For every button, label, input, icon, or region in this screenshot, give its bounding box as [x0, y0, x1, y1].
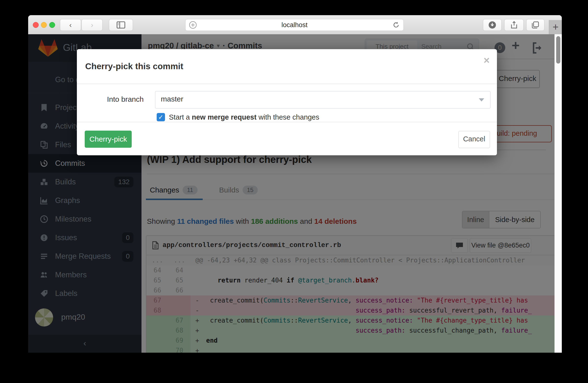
close-window-button[interactable]: [33, 22, 39, 28]
browser-window: ‹ › localhost: [28, 15, 562, 353]
into-branch-label: Into branch: [77, 95, 144, 103]
tabs-icon: [531, 21, 540, 29]
cherry-pick-submit-button[interactable]: Cherry-pick: [85, 131, 132, 148]
url-text[interactable]: localhost: [197, 21, 392, 29]
start-merge-request-checkbox[interactable]: ✓: [157, 113, 165, 121]
modal-header: Cherry-pick this commit ×: [77, 49, 497, 84]
checkbox-label-text: Start a: [169, 113, 192, 121]
reader-plus-icon[interactable]: [189, 21, 197, 29]
modal-footer: Cherry-pick Cancel: [77, 122, 497, 155]
checkbox-label[interactable]: Start a new merge request with these cha…: [169, 113, 319, 121]
cherry-pick-modal: Cherry-pick this commit × Into branch ma…: [77, 49, 497, 155]
forward-icon: ›: [91, 21, 93, 29]
refresh-icon[interactable]: [392, 21, 400, 29]
desktop: ‹ › localhost: [0, 0, 588, 383]
forward-button[interactable]: ›: [82, 19, 103, 31]
zoom-window-button[interactable]: [49, 22, 55, 28]
url-bar[interactable]: localhost: [185, 19, 404, 31]
share-button[interactable]: [504, 19, 524, 31]
back-button[interactable]: ‹: [60, 19, 81, 31]
browser-toolbar: ‹ › localhost: [28, 15, 562, 35]
branch-select[interactable]: master: [155, 91, 491, 109]
minimize-window-button[interactable]: [41, 22, 47, 28]
downloads-button[interactable]: [483, 19, 502, 31]
scrollbar-thumb[interactable]: [556, 36, 560, 64]
modal-title: Cherry-pick this commit: [85, 61, 183, 71]
share-icon: [510, 21, 518, 29]
checkbox-label-text: with these changes: [256, 113, 319, 121]
new-tab-button[interactable]: +: [549, 20, 562, 34]
close-icon[interactable]: ×: [483, 55, 490, 66]
back-icon: ‹: [69, 21, 72, 29]
download-icon: [488, 21, 496, 29]
checkbox-label-bold: new merge request: [192, 113, 256, 121]
branch-select-value: master: [161, 95, 183, 103]
cancel-button[interactable]: Cancel: [458, 131, 490, 148]
chevron-down-icon: [479, 98, 484, 101]
sidebar-toggle-icon: [117, 21, 125, 29]
plus-icon: +: [552, 21, 559, 33]
sidebar-toggle-button[interactable]: [109, 19, 133, 31]
scrollbar[interactable]: [554, 34, 562, 353]
tab-overview-button[interactable]: [526, 19, 545, 31]
